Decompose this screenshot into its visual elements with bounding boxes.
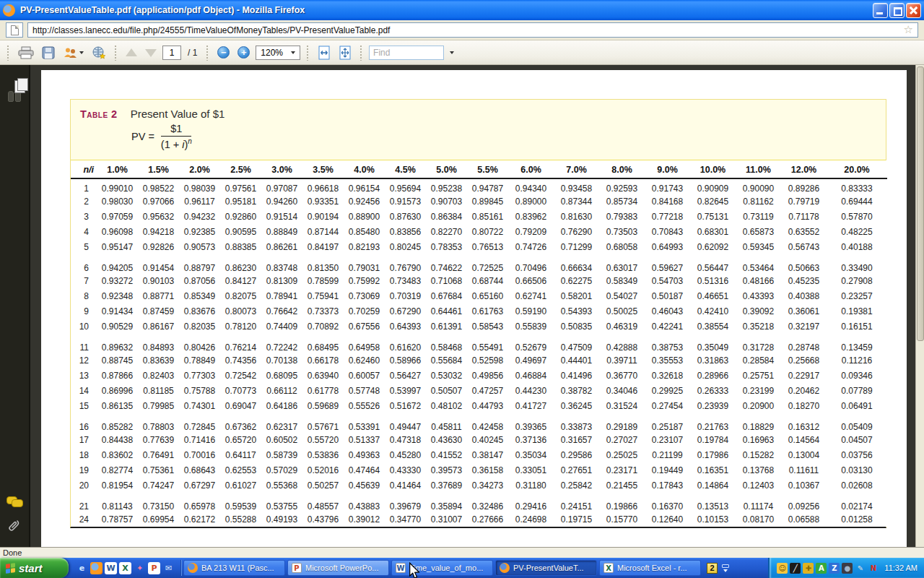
page-number-input[interactable]: [162, 46, 181, 60]
pv-factor-cell: 0.31863: [690, 353, 736, 368]
next-page-button[interactable]: [143, 47, 159, 59]
zoom-level-select[interactable]: 120%: [256, 46, 300, 60]
pv-factor-cell: 0.18270: [781, 398, 827, 413]
pv-factor-cell: 0.89632: [97, 334, 138, 353]
pv-factor-cell: 0.42241: [645, 319, 690, 334]
rate-column-header: 3.5%: [302, 160, 344, 178]
toolbar-chevron-icon[interactable]: [722, 564, 729, 572]
bookmark-star-icon[interactable]: ☆: [904, 25, 913, 35]
pv-factor-cell: 0.03756: [827, 447, 887, 462]
pv-factor-cell: 0.70892: [302, 319, 344, 334]
find-input[interactable]: [369, 46, 444, 60]
pv-factor-cell: 0.57029: [261, 462, 302, 478]
pv-factor-cell: 0.82193: [344, 239, 385, 254]
taskbar-mini-toolbar: 2: [701, 558, 735, 578]
excel-icon[interactable]: X: [119, 562, 131, 574]
pv-factor-cell: 0.95694: [385, 178, 426, 194]
pv-factor-cell: 0.89000: [508, 194, 554, 209]
utility-icon[interactable]: ╱: [790, 563, 801, 574]
pv-factor-cell: 0.36061: [781, 303, 827, 319]
address-bar: http://classes.lanecc.edu/file.php/24555…: [0, 20, 924, 40]
email-button[interactable]: [61, 46, 86, 60]
taskbar-task-firefox[interactable]: BA 213 W11 (Pasc...: [183, 560, 285, 576]
pv-factor-cell: 0.43330: [385, 462, 426, 478]
taskbar-task-firefox[interactable]: PV-PresentValueT...: [495, 560, 597, 576]
pv-factor-cell: 0.69444: [827, 194, 887, 209]
taskbar-task-powerpoint[interactable]: PMicrosoft PowerPo...: [287, 560, 389, 576]
messenger-smiley-icon[interactable]: ☺: [777, 563, 788, 574]
period-cell: 20: [71, 478, 97, 493]
pv-factor-cell: 0.90573: [179, 239, 220, 254]
pv-factor-cell: 0.67684: [426, 288, 467, 303]
vertical-scrollbar[interactable]: [915, 65, 924, 547]
pv-factor-cell: 0.71068: [426, 273, 467, 288]
novell-icon[interactable]: N: [868, 563, 879, 574]
table-row: 50.951470.928260.905730.883850.862610.84…: [71, 239, 887, 254]
pv-factor-cell: 0.16370: [645, 493, 690, 512]
people-icon: [63, 47, 77, 59]
print-button[interactable]: [16, 45, 36, 61]
scrollbar-thumb[interactable]: [917, 66, 924, 341]
url-field[interactable]: http://classes.lanecc.edu/file.php/24555…: [27, 22, 918, 38]
word-icon[interactable]: W: [105, 562, 117, 574]
notes-badge[interactable]: 2: [707, 563, 718, 574]
pv-factor-cell: 0.61027: [220, 478, 261, 493]
pv-factor-cell: 0.15282: [736, 447, 781, 462]
minimize-button[interactable]: [873, 3, 888, 18]
fit-page-button[interactable]: [336, 44, 354, 61]
period-cell: 4: [71, 224, 97, 239]
pv-factor-cell: 0.79719: [781, 194, 827, 209]
firefox-icon[interactable]: [90, 562, 103, 574]
sidebar-item-comments[interactable]: [6, 496, 22, 508]
taskbar-task-word[interactable]: WTime_value_of_mo...: [391, 560, 493, 576]
email-dropdown-icon: [79, 51, 84, 54]
rate-column-header: 10.0%: [690, 160, 736, 178]
pv-factor-cell: 0.81954: [97, 478, 138, 493]
save-button[interactable]: [40, 45, 57, 61]
outlook-icon[interactable]: ✉: [162, 562, 175, 574]
pv-factor-cell: 0.94340: [508, 178, 554, 194]
zoom-in-button[interactable]: +: [235, 45, 252, 60]
firefox-logo-icon: [3, 4, 15, 17]
pv-factor-cell: 0.83748: [261, 254, 302, 273]
pv-factor-cell: 0.09346: [827, 368, 887, 383]
system-tray: ☺╱✚AZ●✎N 11:32 AM: [768, 558, 924, 578]
pv-factor-cell: 0.51316: [690, 273, 736, 288]
pv-factor-cell: 0.55720: [302, 432, 344, 447]
pv-factor-cell: 0.16963: [736, 432, 781, 447]
rate-column-header: 1.0%: [97, 160, 138, 178]
find-dropdown-icon[interactable]: [450, 51, 454, 54]
collaborate-button[interactable]: [90, 44, 108, 61]
start-button[interactable]: start: [0, 558, 69, 578]
pv-factor-cell: 0.96117: [179, 194, 220, 209]
pv-factor-cell: 0.87630: [385, 209, 426, 224]
antivirus-icon[interactable]: A: [816, 563, 827, 574]
restore-button[interactable]: [889, 3, 905, 18]
pv-factor-cell: 0.78599: [302, 273, 344, 288]
pv-factor-cell: 0.31524: [599, 398, 645, 413]
pv-factor-cell: 0.66634: [554, 254, 599, 273]
pv-factor-cell: 0.73069: [344, 288, 385, 303]
pv-factor-cell: 0.33873: [554, 413, 599, 432]
zimbra-icon[interactable]: Z: [829, 563, 840, 574]
powerpoint-icon[interactable]: P: [148, 562, 160, 574]
pv-factor-cell: 0.89286: [781, 178, 827, 194]
pv-factor-cell: 0.53836: [302, 447, 344, 462]
attachments-paperclip-icon[interactable]: [7, 518, 22, 535]
pv-factor-cell: 0.95632: [138, 209, 179, 224]
firefox-icon: [188, 563, 198, 573]
fit-width-button[interactable]: [315, 44, 333, 61]
pv-factor-cell: 0.28748: [781, 334, 827, 353]
shield-icon[interactable]: ✚: [803, 563, 814, 574]
keys-icon[interactable]: ✦: [134, 562, 146, 574]
internet-explorer-icon[interactable]: e: [76, 562, 88, 574]
volume-icon[interactable]: ●: [842, 563, 853, 574]
zoom-out-button[interactable]: −: [215, 45, 232, 60]
pv-factor-cell: 0.87056: [179, 273, 220, 288]
table-row: 80.923480.887710.853490.820750.789410.75…: [71, 288, 887, 303]
close-button[interactable]: [906, 3, 921, 18]
taskbar-task-excel[interactable]: XMicrosoft Excel - r...: [599, 560, 701, 576]
previous-page-button[interactable]: [123, 47, 139, 58]
pv-factor-cell: 0.96618: [302, 178, 344, 194]
pen-icon[interactable]: ✎: [855, 563, 866, 574]
